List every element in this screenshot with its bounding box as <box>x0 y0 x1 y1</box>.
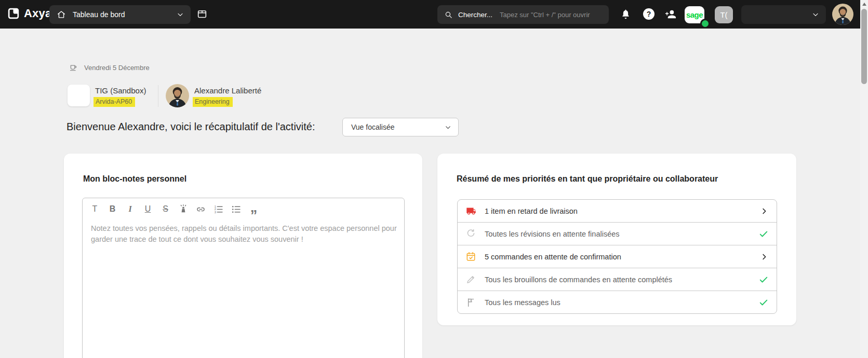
link-icon <box>195 204 206 215</box>
archive-button[interactable] <box>196 8 208 20</box>
nav-dropdown[interactable]: Tableau de bord <box>49 5 191 24</box>
sage-status-dot <box>700 19 710 29</box>
priority-label: 5 commandes en attente de confirmation <box>485 253 621 261</box>
chevron-down-icon <box>811 10 820 19</box>
bell-icon <box>620 9 631 20</box>
chevron-down-icon <box>176 10 184 19</box>
priority-row-messages[interactable]: Tous les messages lus <box>458 291 777 313</box>
strikethrough-button[interactable]: S <box>159 202 171 216</box>
workspace-select[interactable] <box>741 5 826 24</box>
avatar-photo <box>832 4 853 25</box>
priorities-title: Résumé de mes priorités en tant que prop… <box>457 174 718 184</box>
priorities-card: Résumé de mes priorités en tant que prop… <box>437 154 796 325</box>
search-label: Chercher... <box>458 11 492 19</box>
chevron-right-icon <box>759 252 769 261</box>
user-tag: Engineering <box>193 97 233 107</box>
date-row: Vendredi 5 Décembre <box>69 63 150 73</box>
check-icon <box>758 229 769 239</box>
delivery-truck-icon <box>465 205 477 217</box>
view-selector-value: Vue focalisée <box>351 123 395 131</box>
company-logo <box>68 85 90 106</box>
page-scrollbar[interactable] <box>860 0 868 358</box>
search-input[interactable]: Chercher... Tapez sur "Ctrl + /" pour ou… <box>437 5 609 24</box>
profile-avatar[interactable] <box>832 4 853 25</box>
coffee-cup-icon <box>69 63 78 73</box>
user-avatar <box>166 84 189 107</box>
sage-logo: sage <box>686 10 703 19</box>
italic-button[interactable]: I <box>124 202 136 216</box>
team-badge-label: T( <box>720 10 727 19</box>
person-add-icon <box>664 8 676 20</box>
ordered-list-icon: 1 2 3 <box>213 204 224 215</box>
user-name: Alexandre Laliberté <box>194 86 261 95</box>
invite-user-button[interactable] <box>664 8 676 20</box>
chevron-right-icon <box>759 206 769 216</box>
editor-toolbar: T B I U S 1 <box>89 202 260 222</box>
ordered-list-button[interactable]: 1 2 3 <box>212 202 224 216</box>
bullet-list-icon <box>231 204 242 215</box>
search-shortcut-hint: Tapez sur "Ctrl + /" pour ouvrir <box>500 11 590 19</box>
view-selector[interactable]: Vue focalisée <box>342 118 459 136</box>
current-date: Vendredi 5 Décembre <box>84 64 150 72</box>
priority-label: Toutes les révisions en attente finalisé… <box>485 230 620 238</box>
notifications-button[interactable] <box>620 9 631 20</box>
priority-row-revisions[interactable]: Toutes les révisions en attente finalisé… <box>458 222 777 245</box>
avatar-photo <box>166 84 189 107</box>
priority-label: Tous les brouillons de commandes en atte… <box>485 276 672 284</box>
notepad-editor[interactable]: T B I U S 1 <box>82 198 405 358</box>
priorities-list: 1 item en retard de livraison Toutes les… <box>457 199 777 314</box>
svg-text:3: 3 <box>215 210 216 213</box>
check-icon <box>758 274 769 285</box>
pencil-icon <box>465 274 477 285</box>
scrollbar-up-arrow[interactable] <box>860 0 868 8</box>
underline-button[interactable]: U <box>142 202 154 216</box>
flag-icon <box>465 297 477 308</box>
notepad-placeholder[interactable]: Notez toutes vos pensées, rappels ou dét… <box>91 223 397 245</box>
chevron-down-icon <box>444 123 452 131</box>
notepad-title: Mon bloc-notes personnel <box>83 174 186 184</box>
highlighter-icon <box>178 204 189 214</box>
priority-row-late-delivery[interactable]: 1 item en retard de livraison <box>458 200 777 222</box>
team-badge[interactable]: T( <box>715 6 733 23</box>
priority-label: Tous les messages lus <box>485 298 560 307</box>
priority-label: 1 item en retard de livraison <box>485 207 578 215</box>
refresh-icon <box>465 228 477 240</box>
bold-button[interactable]: B <box>106 202 118 216</box>
priority-row-pending-orders[interactable]: 5 commandes en attente de confirmation <box>458 245 777 268</box>
scrollbar-thumb[interactable] <box>861 9 867 84</box>
company-name: TIG (Sandbox) <box>95 86 146 95</box>
question-mark-icon: ? <box>647 10 651 18</box>
top-bar: Axya Tableau de bord Chercher... Tapez s… <box>0 0 868 29</box>
greeting-text: Bienvenue Alexandre, voici le récapitula… <box>66 121 315 133</box>
search-icon <box>444 10 453 19</box>
company-tag: Arvida-AP60 <box>94 97 135 107</box>
link-button[interactable] <box>195 202 207 216</box>
app-logo[interactable]: Axya <box>7 7 51 20</box>
help-button[interactable]: ? <box>643 8 655 20</box>
header-divider <box>158 85 158 107</box>
blockquote-button[interactable]: ” <box>248 202 260 222</box>
brand-name: Axya <box>24 7 51 20</box>
priority-row-drafts[interactable]: Tous les brouillons de commandes en atte… <box>458 268 777 291</box>
home-icon <box>56 9 66 20</box>
nav-dropdown-label: Tableau de bord <box>73 10 125 19</box>
highlighter-button[interactable] <box>177 202 189 216</box>
calendar-check-icon <box>465 251 477 263</box>
text-style-button[interactable]: T <box>89 202 101 216</box>
check-icon <box>758 297 769 308</box>
bullet-list-button[interactable] <box>230 202 242 216</box>
notepad-card: Mon bloc-notes personnel T B I U S <box>64 154 422 358</box>
axya-logo-icon <box>7 7 20 20</box>
